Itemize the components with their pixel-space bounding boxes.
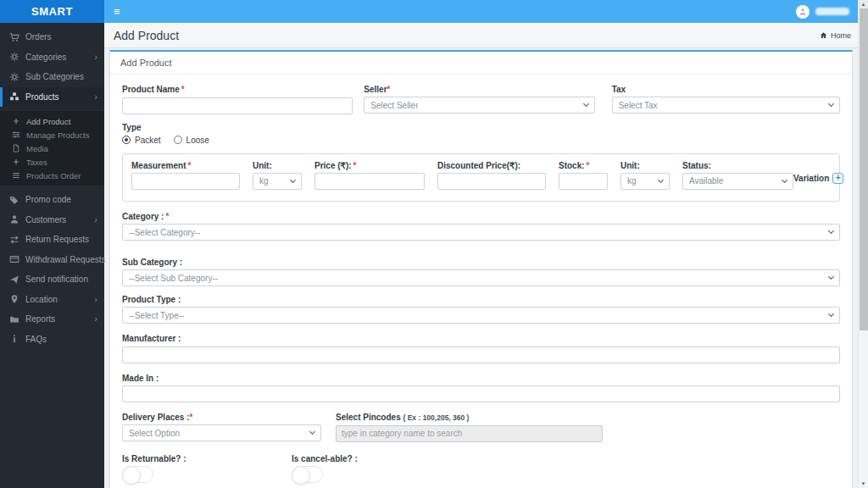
product-type-select[interactable]: --Select Type-- (122, 307, 840, 324)
pincodes-hint: ( Ex : 100,205, 360 ) (403, 413, 469, 422)
manufacturer-input[interactable] (122, 347, 840, 363)
tax-select[interactable]: Select Tax (612, 97, 840, 114)
type-packet-radio[interactable] (122, 136, 131, 144)
product-type-label: Product Type : (122, 295, 840, 304)
sidebar-item-categories[interactable]: Categories› (0, 47, 104, 68)
sub-category-select-value: --Select Sub Category-- (129, 274, 218, 283)
hamburger-menu-icon[interactable]: ≡ (114, 6, 120, 17)
category-label: Category :* (122, 212, 840, 221)
sidebar-item-label: Media (26, 144, 48, 153)
category-select[interactable]: --Select Category-- (122, 224, 840, 241)
select-pincodes-label: Select Pincodes ( Ex : 100,205, 360 ) (336, 413, 603, 422)
sidebar-item-customers[interactable]: Customers› (0, 210, 104, 230)
chevron-right-icon: › (94, 53, 97, 62)
sidebar-item-orders[interactable]: Orders (0, 27, 104, 47)
map-pin-icon (9, 294, 19, 304)
sidebar-item-withdrawal-requests[interactable]: Withdrawal Requests (0, 250, 104, 270)
sidebar-item-label: Orders (25, 32, 52, 42)
sidebar-item-label: Categories (25, 53, 66, 62)
scroll-up-arrow-icon[interactable]: ▲ (859, 0, 868, 8)
sidebar-item-promo-code[interactable]: Promo code (0, 190, 104, 210)
sidebar-item-label: Withdrawal Requests (25, 255, 105, 264)
page-header: Add Product Home (104, 23, 858, 48)
tax-label: Tax (612, 85, 840, 94)
stock-input[interactable] (559, 173, 608, 190)
sidebar-item-sub-categories[interactable]: Sub Categories (0, 67, 104, 87)
is-returnable-label: Is Returnable? : (122, 454, 292, 463)
gear-icon (9, 52, 19, 62)
pincodes-search-input[interactable] (336, 425, 603, 442)
price-label: Price (₹):* (314, 161, 425, 170)
scrollbar-thumb[interactable] (860, 8, 868, 330)
add-variation-plus-icon[interactable] (832, 173, 843, 184)
price-input[interactable] (314, 173, 425, 190)
chevron-down-icon (828, 228, 834, 234)
credit-card-icon (9, 254, 19, 264)
status-select-value: Available (689, 176, 723, 186)
info-icon (9, 334, 19, 344)
required-asterisk: * (387, 85, 391, 94)
sidebar-item-taxes[interactable]: Taxes (0, 155, 104, 169)
sidebar-item-label: FAQs (25, 335, 47, 344)
unit2-label: Unit: (620, 161, 670, 170)
sidebar-item-manage-products[interactable]: Manage Products (0, 128, 104, 141)
seller-select-value: Select Seller (370, 101, 418, 110)
status-select[interactable]: Available (682, 173, 793, 190)
user-avatar-icon[interactable] (796, 5, 810, 19)
sidebar-item-location[interactable]: Location› (0, 290, 104, 310)
product-name-input[interactable] (122, 97, 353, 114)
sidebar-item-label: Products (25, 92, 58, 102)
sidebar-item-label: Return Requests (25, 235, 89, 244)
unit-select[interactable]: kg (253, 173, 302, 190)
seller-select[interactable]: Select Seller (364, 97, 594, 114)
is-cancelable-toggle[interactable] (292, 466, 323, 483)
scroll-down-arrow-icon[interactable]: ▼ (859, 480, 868, 488)
breadcrumb[interactable]: Home (820, 31, 851, 40)
required-asterisk: * (353, 161, 357, 170)
sidebar-item-label: Customers (25, 215, 66, 225)
unit2-select-value: kg (627, 176, 637, 186)
sidebar-item-send-notification[interactable]: Send notification (0, 269, 104, 290)
topbar-user-area[interactable] (796, 5, 849, 19)
plus-icon (12, 117, 20, 125)
sidebar-item-reports[interactable]: Reports› (0, 309, 104, 330)
plus-icon (12, 158, 20, 166)
sidebar-item-products[interactable]: Products› (0, 87, 104, 108)
sidebar-secondary-menu: Promo codeCustomers›Return RequestsWithd… (0, 186, 104, 353)
add-product-card: Add Product Product Name* Seller* Select… (109, 50, 853, 488)
username-redacted[interactable] (815, 8, 849, 15)
breadcrumb-home-label[interactable]: Home (831, 31, 851, 40)
type-label: Type (122, 123, 840, 132)
sidebar-item-label: Taxes (26, 158, 47, 167)
chevron-down-icon (828, 101, 834, 107)
sidebar-item-return-requests[interactable]: Return Requests (0, 230, 104, 250)
discounted-price-input[interactable] (437, 173, 546, 190)
tax-select-value: Select Tax (619, 101, 658, 110)
sidebar-item-media[interactable]: Media (0, 141, 104, 155)
type-loose-radio[interactable] (174, 136, 182, 144)
required-asterisk: * (190, 413, 193, 422)
sidebar-item-add-product[interactable]: Add Product (0, 114, 104, 128)
vertical-scrollbar[interactable]: ▲ ▼ (858, 0, 868, 488)
sidebar-item-products-order[interactable]: Products Order (0, 169, 104, 182)
sub-category-label: Sub Category : (122, 258, 840, 267)
measurement-input[interactable] (131, 173, 240, 190)
sidebar-item-label: Location (25, 295, 58, 304)
sub-category-select[interactable]: --Select Sub Category-- (122, 269, 840, 286)
required-asterisk: * (587, 161, 590, 170)
stock-label: Stock:* (559, 161, 608, 170)
made-in-input[interactable] (122, 385, 840, 402)
chevron-down-icon (583, 101, 589, 107)
sidebar-item-label: Sub Categories (25, 72, 84, 81)
delivery-places-select[interactable]: Select Option (122, 424, 321, 441)
unit2-select[interactable]: kg (620, 173, 670, 190)
exchange-icon (9, 235, 19, 245)
type-packet-option-label[interactable]: Packet (135, 136, 161, 145)
sidebar-item-faqs[interactable]: FAQs (0, 330, 104, 350)
category-select-value: --Select Category-- (129, 228, 200, 237)
file-icon (12, 144, 20, 152)
app-logo[interactable]: SMART (0, 0, 104, 23)
type-loose-option-label[interactable]: Loose (186, 136, 209, 145)
is-returnable-toggle[interactable] (122, 466, 153, 483)
unit-select-value: kg (259, 176, 269, 186)
